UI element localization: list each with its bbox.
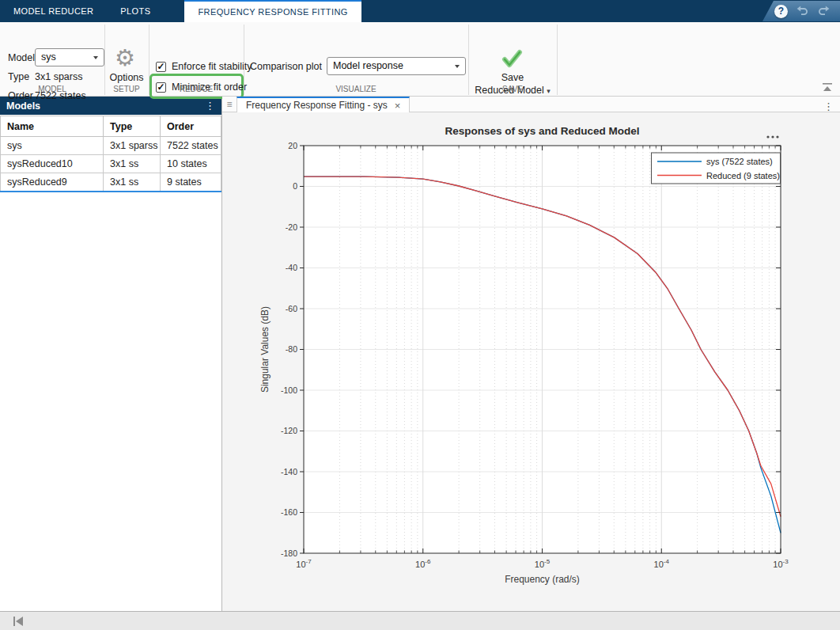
col-name[interactable]: Name bbox=[1, 116, 104, 137]
save-check-icon bbox=[498, 47, 525, 70]
document-tab-label: Frequency Response Fitting - sys bbox=[246, 100, 388, 111]
svg-text:sys (7522 states): sys (7522 states) bbox=[706, 157, 773, 166]
svg-text:-180: -180 bbox=[281, 548, 297, 558]
section-separator bbox=[557, 25, 558, 95]
svg-text:Reduced (9 states): Reduced (9 states) bbox=[706, 171, 780, 180]
section-label-model: MODEL bbox=[0, 85, 104, 93]
svg-text:10-7: 10-7 bbox=[296, 558, 312, 569]
col-type[interactable]: Type bbox=[104, 116, 161, 137]
comparison-plot-select[interactable]: Model response bbox=[327, 57, 466, 75]
svg-text:10-6: 10-6 bbox=[415, 558, 431, 569]
main-area: Models ⋮ Name Type Order sys3x1 sparss75… bbox=[0, 97, 840, 611]
document-tab-bar: ≡ Frequency Response Fitting - sys × ⋮ bbox=[222, 97, 840, 112]
models-table: Name Type Order sys3x1 sparss7522 states… bbox=[0, 116, 221, 192]
checkbox-check-icon: ✓ bbox=[156, 62, 166, 72]
axes-toolbar-ellipsis-icon bbox=[766, 135, 769, 138]
svg-text:10-5: 10-5 bbox=[535, 558, 551, 569]
gear-icon[interactable]: ⚙ bbox=[115, 47, 135, 70]
svg-text:20: 20 bbox=[288, 141, 297, 150]
options-button[interactable]: Options bbox=[104, 72, 149, 83]
collapse-panel-icon[interactable] bbox=[13, 617, 25, 626]
svg-text:0: 0 bbox=[293, 181, 297, 191]
svg-text:Singular Values (dB): Singular Values (dB) bbox=[259, 306, 271, 393]
type-label: Type bbox=[8, 71, 29, 82]
models-table-header-row: Name Type Order bbox=[1, 116, 221, 137]
ribbon: Model sys Type 3x1 sparss Order 7522 sta… bbox=[0, 22, 840, 97]
tab-plots[interactable]: PLOTS bbox=[107, 0, 164, 22]
chevron-down-icon bbox=[93, 56, 98, 59]
panel-menu-icon[interactable]: ⋮ bbox=[205, 100, 221, 112]
tab-list-icon[interactable]: ≡ bbox=[222, 97, 236, 112]
response-chart: 10-710-610-510-410-3-180-160-140-120-100… bbox=[222, 112, 840, 608]
comparison-plot-label: Comparison plot bbox=[250, 61, 322, 72]
enforce-fit-stability-checkbox[interactable]: ✓ Enforce fit stability bbox=[156, 60, 252, 73]
tab-model-reducer[interactable]: MODEL REDUCER bbox=[0, 0, 107, 22]
figure-panel: 10-710-610-510-410-3-180-160-140-120-100… bbox=[222, 112, 840, 611]
model-select-value: sys bbox=[41, 51, 56, 63]
svg-text:Responses of sys and Reduced M: Responses of sys and Reduced Model bbox=[445, 125, 639, 137]
svg-text:-20: -20 bbox=[286, 222, 297, 232]
axes-toolbar-ellipsis-icon bbox=[771, 135, 774, 138]
chevron-down-icon bbox=[455, 65, 460, 68]
close-icon[interactable]: × bbox=[395, 100, 401, 112]
axes-toolbar-ellipsis-icon bbox=[776, 135, 778, 138]
quick-access-toolbar: ? bbox=[761, 1, 840, 21]
svg-text:-120: -120 bbox=[281, 426, 297, 435]
help-icon[interactable]: ? bbox=[774, 5, 788, 18]
undo-icon[interactable] bbox=[796, 6, 809, 17]
table-row[interactable]: sysReduced93x1 ss9 states bbox=[1, 173, 221, 192]
save-button-line1: Save bbox=[468, 71, 557, 84]
redo-icon[interactable] bbox=[817, 6, 831, 17]
type-value: 3x1 sparss bbox=[35, 71, 82, 82]
svg-text:10-4: 10-4 bbox=[654, 558, 670, 569]
section-label-reduce: REDUCE bbox=[149, 85, 244, 93]
model-label: Model bbox=[8, 52, 35, 63]
toolstrip-tab-bar: MODEL REDUCER PLOTS FREQUENCY RESPONSE F… bbox=[0, 0, 840, 22]
document-area: ≡ Frequency Response Fitting - sys × ⋮ 1… bbox=[222, 97, 840, 611]
tab-frequency-response-fitting-sys[interactable]: Frequency Response Fitting - sys × bbox=[236, 97, 410, 112]
models-panel: Models ⋮ Name Type Order sys3x1 sparss75… bbox=[0, 97, 222, 611]
tab-frequency-response-fitting[interactable]: FREQUENCY RESPONSE FITTING bbox=[184, 0, 361, 22]
table-row[interactable]: sysReduced103x1 ss10 states bbox=[1, 155, 221, 173]
collapse-toolstrip-icon[interactable] bbox=[821, 82, 834, 92]
enforce-fit-stability-label: Enforce fit stability bbox=[172, 61, 252, 72]
svg-text:-60: -60 bbox=[286, 304, 297, 313]
col-order[interactable]: Order bbox=[161, 116, 221, 137]
svg-text:-100: -100 bbox=[281, 385, 297, 395]
model-select[interactable]: sys bbox=[35, 48, 104, 66]
svg-text:-40: -40 bbox=[286, 263, 297, 272]
svg-text:-160: -160 bbox=[281, 507, 297, 517]
section-label-setup: SETUP bbox=[104, 85, 149, 93]
status-bar bbox=[0, 611, 840, 630]
comparison-plot-value: Model response bbox=[333, 60, 403, 71]
svg-text:-140: -140 bbox=[281, 467, 297, 476]
models-panel-header: Models ⋮ bbox=[0, 97, 221, 115]
svg-text:10-3: 10-3 bbox=[773, 558, 789, 569]
svg-text:-80: -80 bbox=[286, 344, 297, 354]
section-label-save: SAVE bbox=[468, 85, 557, 93]
svg-text:Frequency (rad/s): Frequency (rad/s) bbox=[505, 574, 580, 585]
section-label-visualize: VISUALIZE bbox=[244, 85, 468, 93]
models-panel-title: Models bbox=[0, 101, 205, 112]
table-row[interactable]: sys3x1 sparss7522 states bbox=[1, 137, 221, 155]
